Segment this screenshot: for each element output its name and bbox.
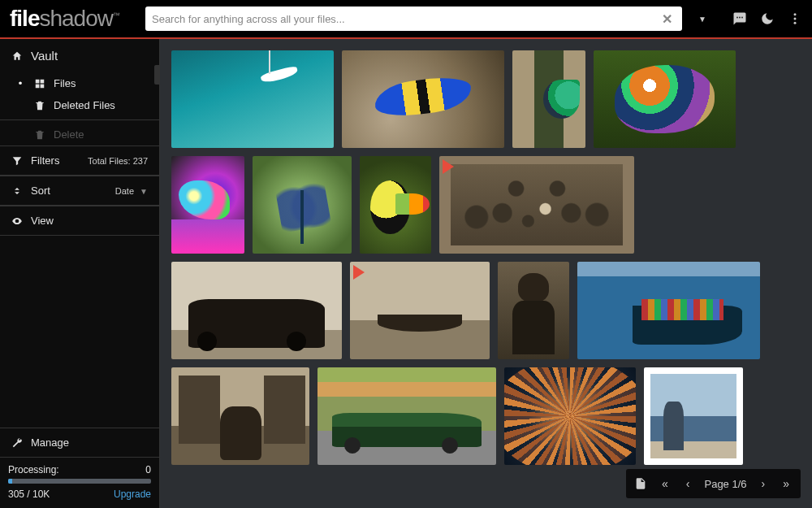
- file-thumbnail-video[interactable]: [350, 262, 490, 359]
- more-icon[interactable]: [788, 11, 802, 26]
- svg-rect-6: [36, 79, 40, 83]
- file-thumbnail[interactable]: [644, 367, 743, 465]
- processing-bar: [8, 479, 151, 484]
- svg-point-4: [794, 18, 797, 20]
- logo-tm: ™: [113, 11, 119, 20]
- svg-rect-7: [41, 79, 45, 83]
- deleted-label: Deleted Files: [54, 99, 115, 111]
- file-thumbnail[interactable]: [577, 262, 760, 359]
- processing-panel: Processing: 0 305 / 10K Upgrade: [0, 457, 159, 508]
- svg-point-3: [794, 13, 797, 15]
- sidebar-sort[interactable]: Sort Date ▼: [0, 176, 159, 206]
- quota-label: 305 / 10K: [8, 488, 50, 500]
- trash-icon: [34, 129, 45, 141]
- vault-label: Vault: [31, 49, 58, 63]
- svg-point-0: [736, 17, 738, 19]
- sidebar-item-deleted[interactable]: Deleted Files: [0, 94, 159, 116]
- filters-label: Filters: [31, 154, 59, 167]
- search-dropdown-icon[interactable]: ▼: [698, 15, 706, 24]
- pager: « ‹ Page 1/6 › »: [626, 469, 801, 498]
- svg-rect-9: [41, 84, 45, 88]
- sidebar: ‹ Vault • Files Deleted Files Delete Fil…: [0, 39, 160, 508]
- manage-label: Manage: [31, 436, 69, 449]
- page-icon[interactable]: [634, 477, 647, 490]
- file-thumbnail-video[interactable]: [439, 156, 634, 254]
- grid-icon: [34, 78, 45, 89]
- sidebar-item-delete: Delete: [0, 124, 159, 145]
- sidebar-item-files[interactable]: • Files: [0, 72, 159, 94]
- pager-prev-icon[interactable]: ‹: [683, 477, 693, 490]
- file-thumbnail[interactable]: [253, 156, 352, 254]
- processing-fill: [8, 479, 12, 484]
- file-thumbnail[interactable]: [504, 367, 636, 465]
- svg-point-5: [794, 22, 797, 24]
- sidebar-filters[interactable]: Filters Total Files: 237: [0, 145, 159, 176]
- content-area: « ‹ Page 1/6 › »: [160, 39, 812, 508]
- processing-label: Processing:: [8, 464, 59, 475]
- file-thumbnail[interactable]: [171, 262, 342, 359]
- filters-count: Total Files: 237: [88, 156, 148, 166]
- topbar: fileshadow™ ✕ ▼: [0, 0, 812, 39]
- delete-label: Delete: [54, 128, 84, 141]
- file-thumbnail[interactable]: [360, 156, 431, 254]
- svg-point-1: [739, 17, 741, 19]
- sort-icon: [11, 185, 23, 197]
- view-label: View: [31, 215, 54, 227]
- top-actions: [732, 11, 802, 26]
- file-thumbnail[interactable]: [512, 50, 585, 148]
- dark-mode-icon[interactable]: [760, 11, 775, 26]
- svg-point-2: [741, 17, 743, 19]
- filter-icon: [11, 155, 23, 167]
- sidebar-manage[interactable]: Manage: [0, 428, 159, 457]
- thumbnail-grid: [171, 50, 801, 465]
- pager-first-icon[interactable]: «: [659, 477, 672, 490]
- sort-value-wrap[interactable]: Date ▼: [115, 186, 148, 196]
- processing-count: 0: [145, 464, 151, 475]
- page-indicator: Page 1/6: [704, 478, 746, 490]
- logo-light: shadow: [39, 6, 113, 31]
- app-logo: fileshadow™: [10, 6, 119, 32]
- pager-last-icon[interactable]: »: [780, 477, 793, 490]
- file-thumbnail[interactable]: [594, 50, 736, 148]
- file-thumbnail[interactable]: [171, 156, 244, 254]
- chevron-down-icon: ▼: [140, 187, 148, 196]
- chat-icon[interactable]: [732, 11, 747, 26]
- sidebar-item-vault[interactable]: Vault: [0, 39, 159, 72]
- separator: [0, 119, 159, 120]
- bullet-icon: •: [15, 77, 26, 89]
- files-label: Files: [54, 77, 76, 89]
- file-thumbnail[interactable]: [171, 367, 309, 465]
- file-thumbnail[interactable]: [317, 367, 496, 465]
- sort-label: Sort: [31, 185, 50, 197]
- sort-value: Date: [115, 186, 134, 196]
- sidebar-view[interactable]: View: [0, 206, 159, 236]
- home-icon: [11, 50, 23, 62]
- svg-rect-8: [36, 84, 40, 88]
- search-input[interactable]: [152, 13, 659, 25]
- logo-bold: file: [10, 6, 39, 31]
- eye-icon: [11, 215, 23, 227]
- spacer: [0, 236, 159, 428]
- search-clear-icon[interactable]: ✕: [659, 11, 676, 27]
- trash-icon: [34, 100, 45, 111]
- main: ‹ Vault • Files Deleted Files Delete Fil…: [0, 39, 812, 508]
- pager-next-icon[interactable]: ›: [758, 477, 769, 490]
- upgrade-link[interactable]: Upgrade: [114, 488, 151, 500]
- wrench-icon: [11, 437, 23, 449]
- search-bar[interactable]: ✕: [145, 7, 682, 31]
- file-thumbnail[interactable]: [342, 50, 504, 148]
- file-thumbnail[interactable]: [171, 50, 334, 148]
- file-thumbnail[interactable]: [498, 262, 569, 359]
